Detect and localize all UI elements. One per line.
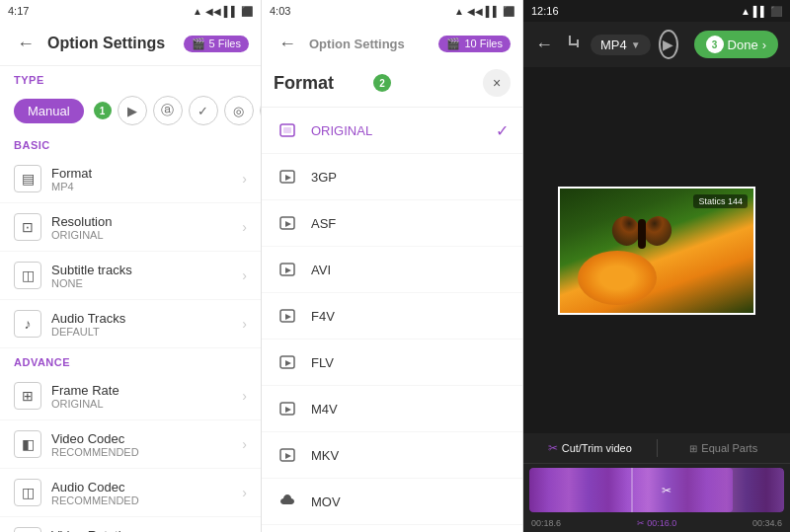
format-content: Format MP4: [51, 166, 242, 192]
format-item-original[interactable]: ORIGINAL ✓: [262, 108, 522, 154]
subtitle-setting-item[interactable]: ◫ Subtitle tracks NONE ›: [0, 252, 261, 300]
close-format-button[interactable]: ×: [483, 69, 511, 97]
type-icon-youtube[interactable]: ▶: [118, 96, 147, 125]
svg-marker-11: [285, 360, 291, 366]
file-count-badge2: 🎬 10 Files: [438, 36, 511, 52]
format-item-3gp[interactable]: 3GP: [262, 154, 522, 200]
file-count-label: 5 Files: [209, 38, 241, 49]
format-icon-flv: [276, 350, 299, 374]
status-bar-panel2: 4:03 ▲ ◀◀ ▌▌ ⬛: [262, 0, 522, 22]
svg-rect-29: [577, 39, 579, 47]
format-item-avi[interactable]: AVI: [262, 247, 522, 293]
back-button-panel2[interactable]: ←: [274, 30, 301, 57]
audio-tracks-content: Audio Tracks DEFAULT: [51, 311, 242, 338]
subtitle-icon: ◫: [14, 262, 41, 289]
format-item-mov[interactable]: MOV: [262, 479, 522, 525]
format-item-flv[interactable]: FLV: [262, 340, 522, 386]
audio-codec-value: RECOMMENDED: [51, 494, 242, 506]
svg-marker-15: [285, 453, 291, 459]
format-selector-label: MP4: [600, 38, 627, 52]
format-name-avi: AVI: [311, 263, 509, 277]
audio-codec-setting-item[interactable]: ◫ Audio Codec RECOMMENDED ›: [0, 469, 261, 517]
time-panel1: 4:17: [8, 5, 29, 17]
video-label: Statics 144: [693, 194, 748, 208]
video-editor-panel: 12:16 ▲ ▌▌ ⬛ ← MP4 ▼ ▶ 3 Done ›: [523, 0, 790, 532]
audio-tracks-icon: ♪: [14, 310, 41, 338]
video-frame: Statics 144: [558, 187, 755, 315]
type-icon-a[interactable]: ⓐ: [153, 96, 183, 125]
format-header: Format 2 ×: [262, 59, 522, 108]
audio-codec-content: Audio Codec RECOMMENDED: [51, 480, 242, 506]
video-codec-value: RECOMMENDED: [51, 446, 242, 458]
subtitle-value: NONE: [51, 277, 242, 289]
frame-rate-setting-item[interactable]: ⊞ Frame Rate ORIGINAL ›: [0, 372, 261, 420]
subtitle-title: Subtitle tracks: [51, 263, 242, 277]
timestamp-cut: ✂ 00:16.0: [637, 518, 677, 528]
status-bar-panel3: 12:16 ▲ ▌▌ ⬛: [523, 0, 790, 22]
svg-marker-13: [285, 407, 291, 413]
play-icon: ▶: [663, 37, 673, 52]
basic-section-label: BASIC: [0, 131, 261, 155]
video-codec-setting-item[interactable]: ◧ Video Codec RECOMMENDED ›: [0, 420, 261, 469]
format-name-3gp: 3GP: [311, 170, 509, 185]
format-title: Format: [51, 166, 242, 181]
cut-trim-tab[interactable]: ✂ Cut/Trim video: [523, 433, 657, 463]
format-item-m4v[interactable]: M4V: [262, 386, 522, 432]
svg-marker-7: [285, 267, 291, 273]
type-icon-instagram[interactable]: ◎: [224, 96, 254, 125]
video-codec-content: Video Codec RECOMMENDED: [51, 431, 242, 458]
back-button-panel1[interactable]: ←: [12, 30, 40, 57]
type-icon-v[interactable]: ✓: [189, 96, 218, 125]
done-button[interactable]: 3 Done ›: [694, 31, 778, 58]
format-list: ORIGINAL ✓ 3GP ASF AVI: [262, 108, 522, 532]
audio-codec-title: Audio Codec: [51, 480, 242, 494]
format-panel: 4:03 ▲ ◀◀ ▌▌ ⬛ ← Option Settings 🎬 10 Fi…: [262, 0, 523, 532]
type-icon-photo[interactable]: □: [260, 96, 261, 125]
audio-tracks-setting-item[interactable]: ♪ Audio Tracks DEFAULT ›: [0, 300, 261, 348]
format-name-asf: ASF: [311, 216, 509, 231]
format-item-mpeg[interactable]: MPEG: [262, 525, 522, 532]
format-item-asf[interactable]: ASF: [262, 200, 522, 247]
timeline-track[interactable]: ✂: [529, 468, 784, 512]
audio-codec-icon: ◫: [14, 479, 41, 506]
timeline-tabs: ✂ Cut/Trim video ⊞ Equal Parts: [523, 433, 790, 464]
resolution-value: ORIGINAL: [51, 229, 242, 241]
editor-back-button[interactable]: ←: [535, 35, 553, 55]
equal-parts-tab[interactable]: ⊞ Equal Parts: [658, 433, 791, 463]
video-rotation-content: Video Rotation 0: [51, 528, 242, 533]
format-icon-asf: [276, 211, 299, 235]
format-panel-title: Format: [274, 73, 365, 94]
resolution-setting-item[interactable]: ⊡ Resolution ORIGINAL ›: [0, 203, 261, 252]
video-rotation-icon: ⊘: [14, 527, 41, 532]
timestamp-end: 00:34.6: [752, 518, 782, 528]
frame-rate-title: Frame Rate: [51, 383, 242, 398]
play-button[interactable]: ▶: [659, 30, 678, 59]
format-item-mkv[interactable]: MKV: [262, 432, 522, 479]
status-icons-panel1: ▲ ◀◀ ▌▌ ⬛: [193, 6, 253, 17]
format-setting-item[interactable]: ▤ Format MP4 ›: [0, 155, 261, 203]
editor-toolbar: ← MP4 ▼ ▶ 3 Done ›: [523, 22, 790, 67]
cut-marker-icon: ✂: [657, 468, 676, 512]
resolution-content: Resolution ORIGINAL: [51, 214, 242, 241]
done-arrow-icon: ›: [762, 38, 766, 52]
status-icons-panel3: ▲ ▌▌ ⬛: [741, 6, 782, 17]
format-selector[interactable]: MP4 ▼: [591, 35, 651, 55]
grid-icon: ⊞: [689, 443, 697, 454]
timestamp-start: 00:18.6: [531, 518, 561, 528]
manual-type-button[interactable]: Manual: [14, 99, 84, 123]
format-item-f4v[interactable]: F4V: [262, 293, 522, 340]
crop-icon[interactable]: [565, 34, 583, 55]
panel2-subheader: ← Option Settings 🎬 10 Files: [262, 22, 522, 59]
format-name-mkv: MKV: [311, 448, 509, 463]
settings-list: BASIC ▤ Format MP4 › ⊡ Resolution ORIGIN…: [0, 131, 261, 532]
format-icon-original: [276, 118, 299, 142]
format-icon-mkv: [276, 443, 299, 467]
video-codec-icon: ◧: [14, 430, 41, 458]
video-rotation-title: Video Rotation: [51, 528, 242, 533]
video-rotation-setting-item[interactable]: ⊘ Video Rotation 0 ›: [0, 517, 261, 532]
equal-parts-label: Equal Parts: [701, 442, 757, 454]
option-settings-panel: 4:17 ▲ ◀◀ ▌▌ ⬛ ← Option Settings 🎬 5 Fil…: [0, 0, 262, 532]
resolution-icon: ⊡: [14, 213, 41, 241]
format-icon-f4v: [276, 304, 299, 328]
svg-rect-1: [283, 127, 291, 133]
